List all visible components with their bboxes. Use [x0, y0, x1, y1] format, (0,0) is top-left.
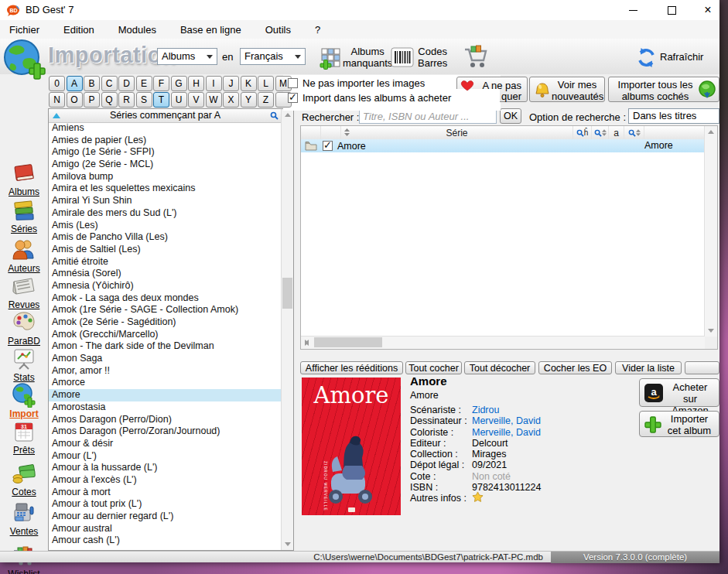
series-item[interactable]: Amour (L'): [49, 450, 282, 463]
table-vscrollbar[interactable]: [704, 126, 717, 337]
letter-button-K[interactable]: K: [241, 76, 257, 91]
sidebar-item-prets[interactable]: 31 Prêts: [0, 419, 48, 456]
header-end-col[interactable]: [644, 126, 705, 139]
series-item[interactable]: Amok (Grecchi/Marcello): [49, 329, 282, 341]
sidebar-item-import[interactable]: Import: [0, 383, 48, 419]
minimize-button[interactable]: [617, 0, 648, 20]
series-item[interactable]: Amok (2e Série - Sagédition): [49, 316, 282, 329]
series-item[interactable]: Amirale des mers du Sud (L'): [49, 207, 282, 220]
sidebar-item-series[interactable]: Séries: [0, 198, 48, 234]
series-item[interactable]: Amitié étroite: [49, 256, 282, 268]
codes-barres-icon[interactable]: [391, 47, 414, 67]
series-item[interactable]: Amis de Pancho Villa (Les): [49, 231, 282, 244]
shopping-cart-icon[interactable]: [462, 43, 488, 71]
series-item[interactable]: Amok - La saga des deux mondes: [49, 292, 282, 305]
series-item[interactable]: Amnésia (Sorel): [49, 268, 282, 280]
search-icon[interactable]: [270, 111, 279, 120]
series-item[interactable]: Amour à mort: [49, 487, 282, 499]
close-button[interactable]: ×: [692, 0, 723, 20]
sidebar-item-albums[interactable]: Albums: [0, 161, 48, 197]
album-type-select[interactable]: Albums: [157, 48, 217, 65]
series-item[interactable]: Amigo (1e Série - SFPI): [49, 146, 282, 159]
series-item[interactable]: Amira et les squelettes mexicains: [49, 183, 282, 195]
letter-button-N[interactable]: N: [49, 92, 65, 108]
series-item[interactable]: Amok (1re Série - SAGE - Collection Amok…: [49, 304, 282, 316]
importer-cet-album-button[interactable]: Importer cet album: [639, 411, 719, 437]
search-input[interactable]: [359, 108, 497, 124]
series-item[interactable]: Amorce: [49, 377, 282, 389]
sidebar-item-ventes[interactable]: Ventes: [0, 501, 48, 537]
series-item[interactable]: Amon - The dark side of the Devilman: [49, 340, 282, 353]
series-item[interactable]: Amis de Saltiel (Les): [49, 244, 282, 256]
scroll-up-button[interactable]: [282, 109, 293, 121]
cocher-les-eo-button[interactable]: Cocher les EO: [538, 361, 612, 374]
checkbox-unchecked-icon[interactable]: [288, 78, 298, 88]
header-search-sort-col[interactable]: [592, 126, 609, 139]
letter-button-W[interactable]: W: [206, 92, 222, 108]
scrollbar-thumb[interactable]: [314, 337, 382, 347]
header-search2-col[interactable]: [624, 126, 644, 139]
tout-decocher-button[interactable]: Tout décocher: [464, 361, 535, 374]
series-item[interactable]: Amour à la hussarde (L'): [49, 462, 282, 474]
albums-manquants-button[interactable]: Albums manquants: [343, 46, 392, 69]
row-checkbox[interactable]: [323, 141, 333, 151]
series-item[interactable]: Amiral Yi Sun Shin: [49, 195, 282, 207]
scroll-up-button[interactable]: [705, 126, 717, 138]
scroll-right-button[interactable]: [301, 337, 313, 348]
letter-button-Q[interactable]: Q: [101, 92, 118, 108]
scrollbar-thumb[interactable]: [282, 278, 292, 309]
letter-button-Z[interactable]: Z: [258, 92, 274, 108]
menu-item-edition[interactable]: Edition: [55, 20, 103, 36]
series-item[interactable]: Amour austral: [49, 523, 282, 535]
sidebar-item-revues[interactable]: Revues: [0, 274, 48, 310]
series-item[interactable]: Amour au dernier regard (L'): [49, 511, 282, 523]
scroll-down-button[interactable]: [705, 325, 717, 337]
importer-tous-button[interactable]: Importer tous les albums cochés: [608, 77, 719, 102]
letter-button-H[interactable]: H: [188, 76, 204, 91]
letter-button-R[interactable]: R: [118, 92, 135, 108]
afficher-reeditions-button[interactable]: Afficher les rééditions: [300, 361, 403, 374]
letter-button-Y[interactable]: Y: [241, 92, 257, 108]
a-ne-pas-manquer-button[interactable]: A ne pas quer: [456, 77, 528, 102]
albums-manquants-icon[interactable]: [320, 46, 343, 70]
field-value[interactable]: Zidrou: [472, 405, 499, 415]
search-option-select[interactable]: Dans les titres: [628, 108, 719, 124]
series-item[interactable]: Amos Daragon (Perro/Zoran/Journoud): [49, 425, 282, 438]
menu-item-base-en-ligne[interactable]: Base en ligne: [172, 20, 250, 36]
scroll-down-button[interactable]: [282, 538, 293, 550]
letter-button-G[interactable]: G: [171, 76, 187, 91]
letter-button-C[interactable]: C: [101, 76, 118, 91]
language-select[interactable]: Français: [240, 48, 306, 65]
letter-button-O[interactable]: O: [67, 92, 83, 108]
header-serie-col[interactable]: Série: [341, 126, 573, 139]
series-item[interactable]: Amon Saga: [49, 353, 282, 365]
header-a-col[interactable]: a: [609, 126, 624, 139]
series-item[interactable]: Amis (Les): [49, 220, 282, 232]
series-item[interactable]: Amigo (2e Série - MCL): [49, 159, 282, 171]
menu-item-modules[interactable]: Modules: [110, 20, 165, 36]
series-item[interactable]: Amour à tout prix (L'): [49, 498, 282, 511]
letter-button-I[interactable]: I: [206, 76, 222, 91]
series-item[interactable]: Amore: [49, 389, 282, 401]
letter-button-P[interactable]: P: [84, 92, 100, 108]
header-search-h-col[interactable]: ĥ: [573, 126, 592, 139]
checkbox-import-albums-acheter[interactable]: Import dans les albums à acheter: [288, 92, 451, 104]
series-item[interactable]: Amour à l'excès (L'): [49, 474, 282, 487]
sidebar-item-auteurs[interactable]: Auteurs: [0, 237, 48, 274]
header-check-col[interactable]: [321, 126, 341, 139]
star-icon[interactable]: [472, 491, 484, 503]
series-item[interactable]: Amor, amor !!: [49, 365, 282, 378]
series-item[interactable]: Amour cash (L'): [49, 535, 282, 547]
letter-button-V[interactable]: V: [188, 92, 204, 108]
voir-mes-nouveautes-button[interactable]: Voir mes nouveautés: [529, 77, 605, 102]
letter-button-X[interactable]: X: [223, 92, 239, 108]
letter-button-J[interactable]: J: [223, 76, 239, 91]
series-item[interactable]: Amnesia (Yôichirô): [49, 280, 282, 292]
blank-button[interactable]: [685, 361, 719, 374]
series-item[interactable]: Amilova bump: [49, 171, 282, 183]
letter-button-L[interactable]: L: [258, 76, 274, 91]
field-value[interactable]: Merveille, David: [472, 427, 541, 438]
menu-item-?[interactable]: ?: [306, 20, 329, 36]
checkbox-checked-icon[interactable]: [288, 93, 298, 103]
letter-button-U[interactable]: U: [171, 92, 187, 108]
